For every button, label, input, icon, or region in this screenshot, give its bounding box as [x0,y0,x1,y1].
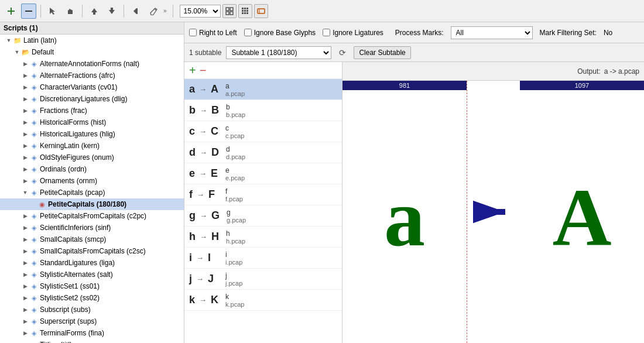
subtable-select[interactable]: Subtable 1 (180/180) [226,46,331,59]
prev-button[interactable] [128,4,143,19]
expand-c2pc[interactable]: ▶ [21,212,29,220]
entry-names-g: g g.pcap [227,208,246,224]
expand-smcp[interactable]: ▶ [21,235,29,243]
lookup-entry-g[interactable]: g → G g g.pcap [184,205,342,227]
tree-item-cv01[interactable]: ▶ ◈ CharacterVariants (cv01) [0,81,184,93]
tree-item-hlig[interactable]: ▶ ◈ HistoricalLigatures (hlig) [0,128,184,140]
lookup-entry-e[interactable]: e → E e e.pcap [184,163,342,184]
add-entry-button[interactable]: + [189,64,196,76]
big-arrow-icon [473,197,514,227]
expand-pcap[interactable]: ▼ [21,188,29,197]
add-button[interactable] [4,4,19,19]
right-to-left-checkbox[interactable] [189,29,197,36]
expand-kern[interactable]: ▶ [21,142,29,150]
right-to-left-label[interactable]: Right to Left [189,29,237,37]
expand-ornm[interactable]: ▶ [21,177,29,185]
entry-to-name-a: a.pcap [225,90,245,97]
entry-arrow-a: a → A [189,83,218,95]
remove-entry-button[interactable]: − [200,64,207,76]
edit-button[interactable] [146,4,161,19]
pointer-button[interactable] [45,4,60,19]
expand-salt[interactable]: ▶ [21,270,29,279]
lookup-entry-f[interactable]: f → F f f.pcap [184,184,342,205]
expand-default[interactable]: ▼ [13,48,21,56]
preview-button[interactable] [254,4,268,18]
move-down-button[interactable] [104,4,119,19]
tree-item-nalt[interactable]: ▶ ◈ AlternateAnnotationForms (nalt) [0,58,184,70]
sep2 [82,5,83,18]
expand-hlig[interactable]: ▶ [21,130,29,138]
expand-fina[interactable]: ▶ [21,329,29,337]
tree-item-afrc[interactable]: ▶ ◈ AlternateFractions (afrc) [0,70,184,81]
tree-item-sups[interactable]: ▶ ◈ Superscript (sups) [0,315,184,327]
expand-nalt[interactable]: ▶ [21,60,29,68]
tree-item-subs[interactable]: ▶ ◈ Subscript (subs) [0,304,184,315]
ignore-base-glyphs-checkbox[interactable] [244,29,252,36]
ignore-ligatures-label[interactable]: Ignore Ligatures [323,29,383,37]
tree-item-pcap[interactable]: ▼ ◈ PetiteCapitals (pcap) [0,187,184,198]
lookup-entry-j[interactable]: j → J j j.pcap [184,269,342,290]
hand-button[interactable] [63,4,78,19]
expand-dlig[interactable]: ▶ [21,95,29,103]
lookup-entry-i[interactable]: i → I i i.pcap [184,248,342,269]
tree-item-hist[interactable]: ▶ ◈ HistoricalForms (hist) [0,116,184,128]
expand-cv01[interactable]: ▶ [21,83,29,91]
expand-onum[interactable]: ▶ [21,153,29,162]
ignore-ligatures-checkbox[interactable] [323,29,330,36]
lookup-entry-c[interactable]: c → C c c.pcap [184,121,342,142]
tree-item-ss01[interactable]: ▶ ◈ StylisticSet1 (ss01) [0,280,184,292]
expand-c2sc[interactable]: ▶ [21,247,29,255]
tree-item-ornm[interactable]: ▶ ◈ Ornaments (ornm) [0,175,184,187]
expand-liga[interactable]: ▶ [21,259,29,267]
zoom-fit-button[interactable] [222,4,237,18]
tree-item-kern[interactable]: ▶ ◈ KerningLatin (kern) [0,140,184,152]
expand-titl[interactable]: ▶ [21,341,29,343]
tree-item-frac[interactable]: ▶ ◈ Fractions (frac) [0,105,184,116]
tree-item-default[interactable]: ▼ 📂 Default [0,46,184,58]
tree-label-kern: KerningLatin (kern) [40,140,100,151]
subtract-button[interactable] [21,4,36,19]
tree-item-smcp[interactable]: ▶ ◈ SmallCapitals (smcp) [0,234,184,245]
expand-ss02[interactable]: ▶ [21,294,29,302]
expand-sinf[interactable]: ▶ [21,224,29,232]
expand-afrc[interactable]: ▶ [21,71,29,80]
tree-item-pcap180[interactable]: ◉ PetiteCapitals (180/180) [0,198,184,210]
entry-arrow-c: c → C [189,125,218,138]
tree-label-liga: StandardLigatures (liga) [40,258,115,268]
lookup-entry-a[interactable]: a → A a a.pcap [184,79,342,100]
tree-item-c2pc[interactable]: ▶ ◈ PetiteCapitalsFromCapitals (c2pc) [0,210,184,222]
expand-latin[interactable]: ▼ [5,36,13,44]
lookup-entry-d[interactable]: d → D d d.pcap [184,142,342,163]
expand-subs[interactable]: ▶ [21,306,29,314]
expand-sups[interactable]: ▶ [21,317,29,325]
tree-item-sinf[interactable]: ▶ ◈ ScientificInferiors (sinf) [0,222,184,234]
subtable-refresh-button[interactable]: ⟳ [336,46,349,59]
lookup-entry-h[interactable]: h → H h h.pcap [184,227,342,248]
expand-frac[interactable]: ▶ [21,107,29,115]
tree-item-latin[interactable]: ▼ 📁 Latin (latn) [0,35,184,46]
more-button[interactable]: » [163,8,167,14]
clear-subtable-button[interactable]: Clear Subtable [354,46,410,59]
lookup-entry-b[interactable]: b → B b b.pcap [184,100,342,121]
tree-label-hist: HistoricalForms (hist) [40,117,106,128]
lookup-entry-k[interactable]: k → K k k.pcap [184,290,342,311]
tree-item-c2sc[interactable]: ▶ ◈ SmallCapitalsFromCapitals (c2sc) [0,245,184,257]
zoom-select[interactable]: 15.00% 25% 50% 100% [180,5,221,18]
tree-item-fina[interactable]: ▶ ◈ TerminalForms (fina) [0,327,184,339]
expand-ordn[interactable]: ▶ [21,165,29,173]
process-marks-select[interactable]: All None Mark class 1 Mark class 2 [451,26,533,39]
tree-item-ss02[interactable]: ▶ ◈ StylisticSet2 (ss02) [0,292,184,304]
expand-hist[interactable]: ▶ [21,118,29,126]
tree-item-liga[interactable]: ▶ ◈ StandardLigatures (liga) [0,257,184,269]
tree-item-salt[interactable]: ▶ ◈ StylisticAlternates (salt) [0,269,184,280]
tree-item-ordn[interactable]: ▶ ◈ Ordinals (ordn) [0,163,184,175]
grid-button[interactable] [238,4,252,18]
tree-item-onum[interactable]: ▶ ◈ OldStyleFigures (onum) [0,152,184,163]
move-up-button[interactable] [87,4,102,19]
ignore-base-glyphs-label[interactable]: Ignore Base Glyphs [244,29,316,37]
subtable-count: 1 subtable [189,49,221,57]
svg-rect-18 [230,12,233,15]
tree-item-titl[interactable]: ▶ ◈ Titling (titl) [0,339,184,343]
expand-ss01[interactable]: ▶ [21,282,29,290]
tree-item-dlig[interactable]: ▶ ◈ DiscretionaryLigatures (dlig) [0,93,184,105]
